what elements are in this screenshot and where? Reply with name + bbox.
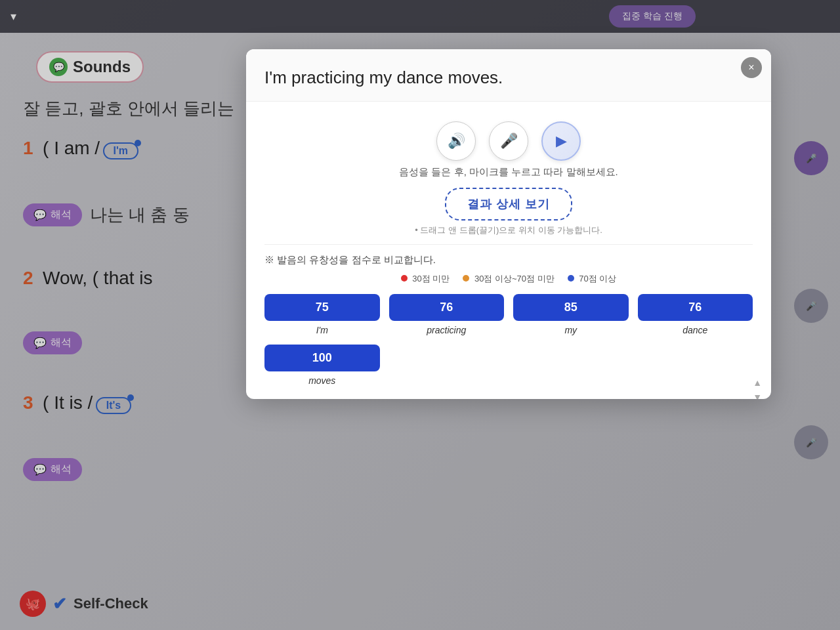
score-item-practicing: 76 practicing — [389, 294, 505, 335]
scroll-down-icon[interactable]: ▼ — [753, 392, 762, 399]
speaker-button[interactable]: 🔊 — [436, 121, 476, 161]
score-section: ※ 발음의 유창성을 점수로 비교합니다. 30점 미만 30점 이상~70점 … — [264, 244, 753, 386]
mic-record-icon: 🎤 — [500, 133, 518, 150]
drag-hint: • 드래그 앤 드롭(끌기)으로 위치 이동 가능합니다. — [264, 224, 753, 236]
modal-close-button[interactable]: × — [741, 57, 762, 78]
score-item-moves: 100 moves — [264, 345, 380, 386]
legend-item-mid: 30점 이상~70점 미만 — [463, 273, 554, 285]
score-legend: 30점 미만 30점 이상~70점 미만 70점 이상 — [264, 273, 753, 285]
scroll-indicator: ▲ ▼ — [753, 377, 762, 399]
audio-controls: 🔊 🎤 ▶ — [264, 121, 753, 161]
score-bar-my: 85 — [513, 294, 629, 321]
mic-record-button[interactable]: 🎤 — [489, 121, 528, 161]
score-word-moves: moves — [308, 375, 335, 386]
legend-label-high: 70점 이상 — [579, 274, 616, 284]
score-item-im: 75 I'm — [264, 294, 380, 335]
modal-sentence: I'm practicing my dance moves. — [246, 49, 771, 102]
score-word-my: my — [564, 325, 577, 335]
legend-dot-mid — [463, 275, 469, 282]
modal-body[interactable]: 🔊 🎤 ▶ 음성을 들은 후, 마이크를 누르고 따라 말해보세요. 결과 상세… — [246, 102, 771, 399]
legend-dot-low — [401, 275, 408, 282]
score-grid-row2: 100 moves — [264, 345, 753, 386]
play-button[interactable]: ▶ — [541, 121, 581, 161]
audio-hint: 음성을 들은 후, 마이크를 누르고 따라 말해보세요. — [264, 166, 753, 178]
score-note: ※ 발음의 유창성을 점수로 비교합니다. — [264, 254, 753, 266]
speaker-icon: 🔊 — [448, 133, 465, 150]
result-detail-button[interactable]: 결과 상세 보기 — [445, 188, 572, 220]
score-word-dance: dance — [682, 325, 707, 335]
score-word-im: I'm — [316, 325, 328, 335]
score-item-dance: 76 dance — [638, 294, 753, 335]
legend-item-high: 70점 이상 — [568, 273, 617, 285]
score-item-my: 85 my — [513, 294, 629, 335]
legend-label-mid: 30점 이상~70점 미만 — [474, 274, 555, 284]
score-grid-row1: 75 I'm 76 practicing 85 my 76 dance — [264, 294, 753, 335]
score-bar-dance: 76 — [638, 294, 753, 321]
pronunciation-modal: × I'm practicing my dance moves. 🔊 🎤 ▶ 음… — [246, 49, 771, 399]
score-bar-practicing: 76 — [389, 294, 505, 321]
score-bar-moves: 100 — [264, 345, 380, 371]
legend-item-low: 30점 미만 — [401, 273, 450, 285]
score-bar-im: 75 — [264, 294, 380, 321]
play-icon: ▶ — [556, 133, 567, 150]
legend-label-low: 30점 미만 — [412, 274, 450, 284]
scroll-up-icon[interactable]: ▲ — [753, 377, 762, 388]
legend-dot-high — [568, 275, 574, 282]
score-word-practicing: practicing — [427, 325, 466, 335]
